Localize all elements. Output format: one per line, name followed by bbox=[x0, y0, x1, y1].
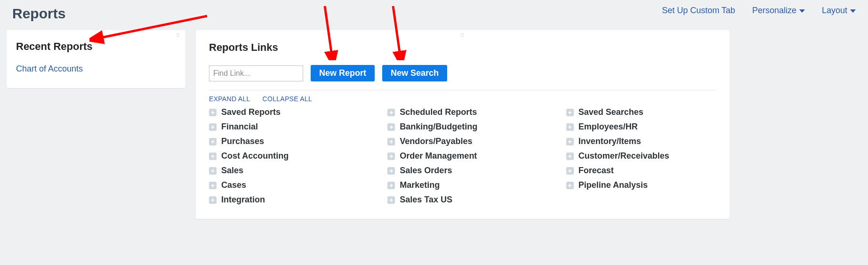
category-label: Pipeline Analysis bbox=[579, 180, 648, 190]
category-label: Inventory/Items bbox=[579, 137, 641, 146]
setup-label: Set Up Custom Tab bbox=[662, 6, 735, 16]
expand-icon bbox=[566, 153, 574, 160]
category-column-2: Scheduled ReportsBanking/BudgetingVendor… bbox=[387, 107, 538, 205]
category-label: Banking/Budgeting bbox=[400, 122, 477, 132]
category-column-3: Saved SearchesEmployees/HRInventory/Item… bbox=[566, 107, 716, 205]
category-item[interactable]: Integration bbox=[209, 195, 359, 205]
layout-label: Layout bbox=[822, 6, 847, 16]
category-item[interactable]: Inventory/Items bbox=[566, 137, 716, 146]
drag-handle-icon[interactable]: ⠿ bbox=[460, 34, 465, 37]
category-label: Saved Reports bbox=[221, 107, 281, 117]
expand-icon bbox=[209, 123, 217, 131]
category-label: Cases bbox=[221, 180, 246, 190]
category-label: Cost Accounting bbox=[221, 151, 289, 161]
find-link-input[interactable] bbox=[209, 65, 303, 81]
expand-icon bbox=[209, 109, 217, 116]
expand-icon bbox=[387, 153, 395, 160]
setup-custom-tab-link[interactable]: Set Up Custom Tab bbox=[662, 6, 735, 16]
category-label: Sales Orders bbox=[400, 166, 452, 176]
category-label: Sales Tax US bbox=[400, 195, 452, 205]
chevron-down-icon bbox=[799, 9, 805, 13]
category-item[interactable]: Cases bbox=[209, 180, 359, 190]
expand-icon bbox=[209, 153, 217, 160]
expand-icon bbox=[387, 182, 395, 189]
category-label: Scheduled Reports bbox=[400, 107, 477, 117]
expand-icon bbox=[566, 138, 574, 145]
category-item[interactable]: Sales bbox=[209, 166, 359, 176]
expand-icon bbox=[387, 196, 395, 204]
category-label: Purchases bbox=[221, 137, 264, 146]
links-action-row: New Report New Search bbox=[209, 65, 716, 81]
category-item[interactable]: Pipeline Analysis bbox=[566, 180, 716, 190]
category-label: Order Management bbox=[400, 151, 477, 161]
page-title: Reports bbox=[9, 4, 65, 22]
category-column-1: Saved ReportsFinancialPurchasesCost Acco… bbox=[209, 107, 359, 205]
category-item[interactable]: Marketing bbox=[387, 180, 538, 190]
category-item[interactable]: Order Management bbox=[387, 151, 538, 161]
chevron-down-icon bbox=[850, 9, 856, 13]
expand-icon bbox=[209, 196, 217, 204]
expand-icon bbox=[387, 138, 395, 145]
recent-reports-card: ⠿ Recent Reports Chart of Accounts bbox=[7, 30, 185, 88]
expand-icon bbox=[387, 109, 395, 116]
category-label: Financial bbox=[221, 122, 258, 132]
layout-link[interactable]: Layout bbox=[822, 6, 856, 16]
category-item[interactable]: Banking/Budgeting bbox=[387, 122, 538, 132]
category-item[interactable]: Saved Searches bbox=[566, 107, 716, 117]
recent-reports-title: Recent Reports bbox=[16, 40, 176, 53]
expand-collapse-row: EXPAND ALL COLLAPSE ALL bbox=[209, 95, 716, 103]
collapse-all-link[interactable]: COLLAPSE ALL bbox=[263, 95, 313, 103]
new-search-button[interactable]: New Search bbox=[382, 65, 447, 81]
category-columns: Saved ReportsFinancialPurchasesCost Acco… bbox=[209, 107, 716, 205]
category-label: Forecast bbox=[579, 166, 614, 176]
category-item[interactable]: Saved Reports bbox=[209, 107, 359, 117]
reports-links-title: Reports Links bbox=[209, 41, 716, 54]
category-item[interactable]: Sales Orders bbox=[387, 166, 538, 176]
expand-icon bbox=[387, 167, 395, 175]
category-label: Employees/HR bbox=[579, 122, 638, 132]
expand-icon bbox=[566, 182, 574, 189]
category-label: Vendors/Payables bbox=[400, 137, 472, 146]
new-report-button[interactable]: New Report bbox=[311, 65, 375, 81]
expand-icon bbox=[566, 123, 574, 131]
category-item[interactable]: Forecast bbox=[566, 166, 716, 176]
personalize-link[interactable]: Personalize bbox=[752, 6, 805, 16]
expand-icon bbox=[209, 182, 217, 189]
category-item[interactable]: Vendors/Payables bbox=[387, 137, 538, 146]
category-label: Sales bbox=[221, 166, 243, 176]
expand-icon bbox=[566, 167, 574, 175]
divider bbox=[209, 90, 716, 90]
category-item[interactable]: Sales Tax US bbox=[387, 195, 538, 205]
category-label: Customer/Receivables bbox=[579, 151, 669, 161]
expand-icon bbox=[209, 167, 217, 175]
category-item[interactable]: Employees/HR bbox=[566, 122, 716, 132]
reports-links-card: ⠿ Reports Links New Report New Search EX… bbox=[196, 30, 730, 219]
category-item[interactable]: Purchases bbox=[209, 137, 359, 146]
expand-all-link[interactable]: EXPAND ALL bbox=[209, 95, 250, 103]
category-item[interactable]: Scheduled Reports bbox=[387, 107, 538, 117]
expand-icon bbox=[566, 109, 574, 116]
category-label: Marketing bbox=[400, 180, 440, 190]
category-item[interactable]: Cost Accounting bbox=[209, 151, 359, 161]
expand-icon bbox=[387, 123, 395, 131]
top-actions: Set Up Custom Tab Personalize Layout bbox=[662, 4, 859, 16]
category-item[interactable]: Financial bbox=[209, 122, 359, 132]
category-label: Integration bbox=[221, 195, 265, 205]
category-item[interactable]: Customer/Receivables bbox=[566, 151, 716, 161]
drag-handle-icon[interactable]: ⠿ bbox=[176, 34, 181, 37]
personalize-label: Personalize bbox=[752, 6, 796, 16]
category-label: Saved Searches bbox=[579, 107, 643, 117]
recent-report-link[interactable]: Chart of Accounts bbox=[16, 64, 176, 74]
expand-icon bbox=[209, 138, 217, 145]
